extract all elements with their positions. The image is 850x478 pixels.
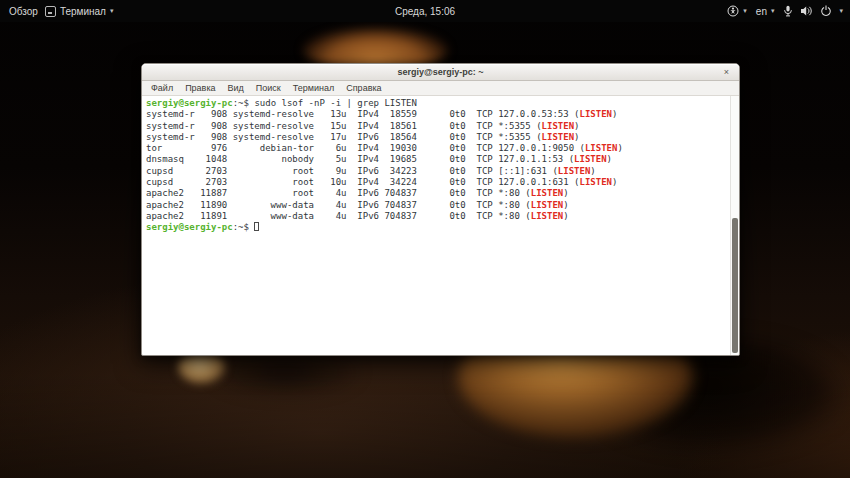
accessibility-icon [727,5,739,17]
menu-search[interactable]: Поиск [250,81,287,96]
terminal-output-line: apache2 11890 www-data 4u IPv6 704837 0t… [146,200,729,211]
terminal-screen[interactable]: sergiy@sergiy-pc:~$ sudo lsof -nP -i | g… [142,96,739,355]
terminal-cursor [254,222,259,231]
menu-help[interactable]: Справка [340,81,387,96]
prompt: sergiy@sergiy-pc [146,98,233,108]
menu-bar: Файл Правка Вид Поиск Терминал Справка [142,81,739,96]
close-button[interactable]: × [721,67,732,78]
activities-button[interactable]: Обзор [9,6,38,17]
power-icon [820,5,832,17]
window-title: sergiy@sergiy-pc: ~ [397,67,483,77]
menu-edit[interactable]: Правка [179,81,221,96]
terminal-output-line: dnsmasq 1048 nobody 5u IPv4 19685 0t0 TC… [146,154,729,165]
command-text: sudo lsof -nP -i | grep LISTEN [254,98,417,108]
window-titlebar[interactable]: sergiy@sergiy-pc: ~ × [142,64,739,81]
chevron-down-icon: ▾ [771,7,775,15]
clock-container: Среда, 15:06 [0,6,850,17]
menu-view[interactable]: Вид [222,81,250,96]
chevron-down-icon: ▾ [743,7,747,15]
system-menu[interactable]: ▾ [783,5,843,17]
terminal-output-line: systemd-r 908 systemd-resolve 15u IPv4 1… [146,121,729,132]
terminal-output-line: systemd-r 908 systemd-resolve 13u IPv4 1… [146,109,729,120]
chevron-down-icon: ▾ [839,7,843,15]
scrollbar-thumb[interactable] [732,218,738,353]
terminal-output-line: tor 976 debian-tor 6u IPv4 19030 0t0 TCP… [146,143,729,154]
prompt: sergiy@sergiy-pc [146,222,233,232]
keyboard-layout-menu[interactable]: en ▾ [756,6,775,17]
gnome-top-bar: Обзор Терминал ▾ Среда, 15:06 ▾ [0,0,850,22]
terminal-output-line: apache2 11891 www-data 4u IPv6 704837 0t… [146,211,729,222]
terminal-output-line: apache2 11887 root 4u IPv6 704837 0t0 TC… [146,188,729,199]
terminal-output-line: cupsd 2703 root 10u IPv4 34224 0t0 TCP 1… [146,177,729,188]
clock[interactable]: Среда, 15:06 [395,6,455,17]
keyboard-layout-label: en [756,6,767,17]
terminal-output-line: systemd-r 908 systemd-resolve 17u IPv6 1… [146,132,729,143]
terminal-command-line: sergiy@sergiy-pc:~$ sudo lsof -nP -i | g… [146,98,729,109]
app-menu[interactable]: Терминал ▾ [45,6,114,17]
terminal-prompt-line: sergiy@sergiy-pc:~$ [146,222,729,233]
menu-terminal[interactable]: Терминал [287,81,340,96]
app-menu-label: Терминал [60,6,106,17]
chevron-down-icon: ▾ [110,7,114,15]
desktop: Обзор Терминал ▾ Среда, 15:06 ▾ [0,0,850,478]
terminal-app-icon [45,6,56,17]
terminal-window: sergiy@sergiy-pc: ~ × Файл Правка Вид По… [141,63,740,356]
scrollbar[interactable] [730,96,739,355]
accessibility-menu[interactable]: ▾ [727,5,747,17]
terminal-output-line: cupsd 2703 root 9u IPv6 34223 0t0 TCP [:… [146,166,729,177]
microphone-icon [783,5,793,17]
menu-file[interactable]: Файл [145,81,179,96]
volume-icon [800,5,813,17]
